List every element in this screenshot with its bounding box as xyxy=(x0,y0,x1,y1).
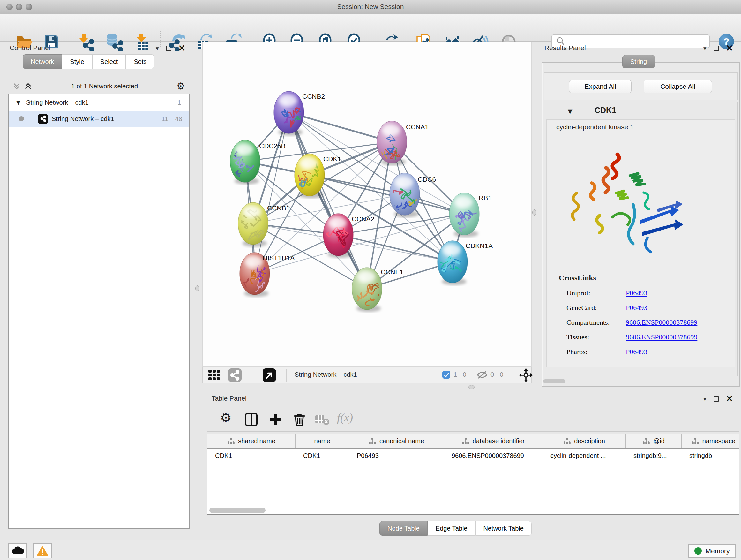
gene-collapse-caret-icon[interactable]: ▼ xyxy=(568,108,572,115)
table-panel-close-icon[interactable]: ✕ xyxy=(726,396,733,401)
network-status-dot xyxy=(19,116,24,121)
crosslink-row: Pharos:P06493 xyxy=(566,345,729,359)
results-panel-float-icon[interactable] xyxy=(714,46,719,51)
network-selector-bar: 1 of 1 Network selected ⚙ xyxy=(8,79,190,93)
tab-string[interactable]: String xyxy=(622,55,655,68)
control-panel-close-icon[interactable]: ✕ xyxy=(179,46,186,51)
table-row[interactable]: CDK1CDK1P064939606.ENSP00000378699cyclin… xyxy=(207,449,739,462)
column-header-label: namespace xyxy=(702,437,735,445)
column-header-label: shared name xyxy=(238,437,275,445)
crosslink-value-link[interactable]: P06493 xyxy=(626,304,647,312)
window-title: Session: New Session xyxy=(0,3,741,10)
tab-select[interactable]: Select xyxy=(92,54,126,69)
column-header-name[interactable]: name xyxy=(295,434,349,448)
network-canvas[interactable]: CCNB2CCNA1CDC25BCDK1CDC6RB1CCNB1CCNA2CDK… xyxy=(202,42,532,367)
tab-node-table[interactable]: Node Table xyxy=(380,521,428,536)
crosslink-label: Pharos: xyxy=(566,348,626,356)
delete-table-icon[interactable] xyxy=(315,414,329,426)
results-hscrollbar[interactable] xyxy=(543,379,565,383)
network-collection-row[interactable]: ▼ String Network – cdk1 1 xyxy=(9,94,189,111)
table-cell: stringdb xyxy=(682,452,739,459)
cloud-button[interactable] xyxy=(8,543,27,558)
column-header-canonical-name[interactable]: canonical name xyxy=(349,434,444,448)
network-options-gear-icon[interactable]: ⚙ xyxy=(177,81,185,91)
center-view-crosshair-icon[interactable] xyxy=(519,368,533,382)
results-panel-close-icon[interactable]: ✕ xyxy=(726,46,733,51)
control-panel: Control Panel ▾ ✕ NetworkStyleSelectSets… xyxy=(0,42,196,540)
tree-column-icon xyxy=(227,438,235,445)
table-panel-float-icon[interactable] xyxy=(714,396,719,401)
left-splitter-handle[interactable] xyxy=(195,286,199,292)
table-toolbar: ⚙ f(x) xyxy=(207,406,739,432)
crosslink-row: Uniprot:P06493 xyxy=(566,286,729,300)
results-panel-menu-icon[interactable]: ▾ xyxy=(703,45,706,52)
hidden-eye-icon[interactable] xyxy=(476,370,488,380)
node-CDC25B[interactable]: CDC25B xyxy=(228,140,286,185)
network-graph[interactable]: CCNB2CCNA1CDC25BCDK1CDC6RB1CCNB1CCNA2CDK… xyxy=(203,42,531,366)
crosslink-label: Compartments: xyxy=(566,318,626,327)
delete-column-icon[interactable] xyxy=(292,412,307,427)
memory-status-dot xyxy=(694,547,702,555)
column-header-@id[interactable]: @id xyxy=(626,434,682,448)
gene-detail-box: cyclin-dependent kinase 1 CrossLinks Uni… xyxy=(546,119,735,367)
crosslink-label: GeneCard: xyxy=(566,304,626,312)
edge-CCNA2-CDKN1A[interactable] xyxy=(338,235,453,262)
detach-view-icon[interactable] xyxy=(263,368,276,382)
tree-column-icon xyxy=(368,438,376,445)
table-hscrollbar[interactable] xyxy=(209,508,266,513)
gene-description: cyclin-dependent kinase 1 xyxy=(556,123,634,131)
crosslink-value-link[interactable]: 9606.ENSP00000378699 xyxy=(626,333,697,341)
network-view-toolbar: String Network – cdk1 1 - 0 0 - 0 xyxy=(202,367,532,383)
add-column-icon[interactable] xyxy=(269,413,282,426)
tree-expand-caret-icon[interactable]: ▼ xyxy=(16,99,20,106)
memory-button[interactable]: Memory xyxy=(688,544,736,558)
edge-CCNB2-HIST1H1A[interactable] xyxy=(255,112,289,273)
expand-all-chevron-icon[interactable] xyxy=(23,82,32,91)
right-splitter-handle[interactable] xyxy=(532,209,536,215)
network-share-view-icon[interactable] xyxy=(228,368,242,382)
node-label-HIST1H1A: HIST1H1A xyxy=(263,254,294,261)
selected-checkbox-icon[interactable] xyxy=(442,370,451,379)
crosslink-value-link[interactable]: P06493 xyxy=(626,289,647,297)
node-RB1[interactable]: RB1 xyxy=(449,193,492,237)
status-bar: Memory xyxy=(0,540,741,560)
collapse-all-chevron-icon[interactable] xyxy=(12,82,21,91)
tab-network[interactable]: Network xyxy=(23,54,62,69)
network-view-title: String Network – cdk1 xyxy=(294,371,357,378)
table-panel-menu-icon[interactable]: ▾ xyxy=(703,395,706,402)
tab-network-table[interactable]: Network Table xyxy=(475,521,532,536)
show-columns-icon[interactable] xyxy=(245,413,258,426)
column-header-description[interactable]: description xyxy=(543,434,626,448)
warning-button[interactable] xyxy=(33,543,52,558)
node-CDC6[interactable]: CDC6 xyxy=(387,173,436,217)
crosslink-value-link[interactable]: 9606.ENSP00000378699 xyxy=(626,318,697,327)
table-settings-gear-icon[interactable]: ⚙ xyxy=(220,413,232,422)
control-panel-float-icon[interactable] xyxy=(166,46,172,51)
crosslink-value-link[interactable]: P06493 xyxy=(626,348,647,356)
collapse-all-button[interactable]: Collapse All xyxy=(644,80,712,93)
edge-CCNB2-CCNA1[interactable] xyxy=(289,112,392,142)
column-header-database-identifier[interactable]: database identifier xyxy=(444,434,543,448)
expand-all-button[interactable]: Expand All xyxy=(569,80,631,93)
crosslink-row: GeneCard:P06493 xyxy=(566,300,729,315)
function-builder-icon[interactable]: f(x) xyxy=(337,411,353,424)
table-body: CDK1CDK1P064939606.ENSP00000378699cyclin… xyxy=(207,449,739,462)
control-panel-menu-icon[interactable]: ▾ xyxy=(156,45,159,52)
node-CCNE1[interactable]: CCNE1 xyxy=(351,267,403,312)
tab-edge-table[interactable]: Edge Table xyxy=(428,521,475,536)
node-CCNA1[interactable]: CCNA1 xyxy=(377,121,428,165)
tab-style[interactable]: Style xyxy=(62,54,92,69)
crosslink-label: Uniprot: xyxy=(566,289,626,297)
grid-view-icon[interactable] xyxy=(208,368,221,382)
bottom-splitter-handle[interactable] xyxy=(468,385,475,389)
table-cell: P06493 xyxy=(349,452,444,459)
column-header-namespace[interactable]: namespace xyxy=(682,434,739,448)
tab-sets[interactable]: Sets xyxy=(126,54,154,69)
edge-CCNB2-CCNE1[interactable] xyxy=(289,112,367,289)
node-CDKN1A[interactable]: CDKN1A xyxy=(437,241,493,285)
network-row[interactable]: String Network – cdk1 11 48 xyxy=(9,111,189,127)
node-HIST1H1A[interactable]: HIST1H1A xyxy=(240,253,294,297)
column-header-shared-name[interactable]: shared name xyxy=(207,434,295,448)
node-label-CCNA1: CCNA1 xyxy=(406,123,428,131)
hidden-node-edge-counts: 0 - 0 xyxy=(490,371,503,378)
